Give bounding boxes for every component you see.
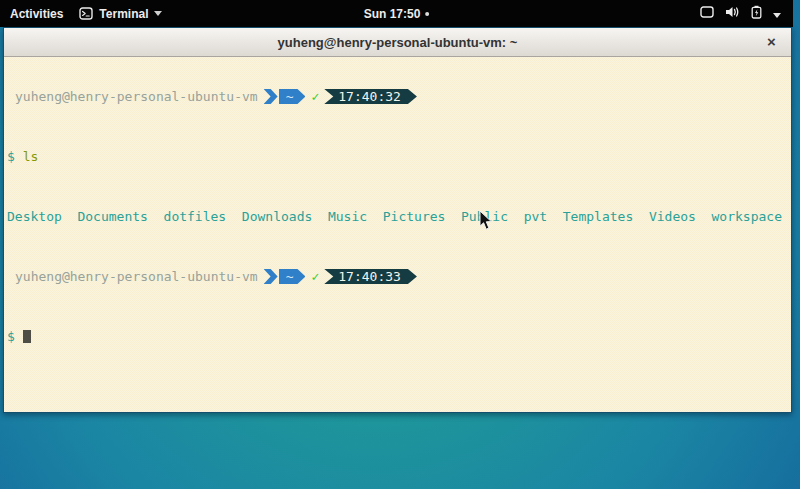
terminal-icon xyxy=(79,7,93,20)
prompt-symbol: $ xyxy=(7,149,15,164)
directory-name: pvt xyxy=(524,209,547,224)
display-icon xyxy=(700,6,714,21)
clock-button[interactable]: Sun 17:50 xyxy=(364,7,430,21)
powerline-arrow-icon xyxy=(264,269,278,284)
directory-name: dotfiles xyxy=(164,209,227,224)
directory-name: Downloads xyxy=(242,209,312,224)
system-menu-button[interactable] xyxy=(700,5,781,22)
prompt-user: yuheng@henry-personal-ubuntu-vm xyxy=(15,269,258,284)
chevron-down-icon xyxy=(154,11,162,16)
directory-name: Documents xyxy=(77,209,147,224)
prompt-user: yuheng@henry-personal-ubuntu-vm xyxy=(15,89,258,104)
window-title: yuheng@henry-personal-ubuntu-vm: ~ xyxy=(278,35,518,50)
volume-icon xyxy=(725,6,740,21)
titlebar[interactable]: yuheng@henry-personal-ubuntu-vm: ~ × xyxy=(4,28,791,57)
directory-name: Music xyxy=(328,209,367,224)
directory-name: workspace xyxy=(712,209,782,224)
directory-name: Templates xyxy=(563,209,633,224)
command-text: ls xyxy=(23,149,39,164)
battery-charging-icon xyxy=(751,5,762,22)
prompt-line-1: yuheng@henry-personal-ubuntu-vm~✓17:40:3… xyxy=(7,89,791,104)
status-check-icon: ✓ xyxy=(311,269,319,284)
prompt-time-segment: 17:40:32 xyxy=(324,89,417,104)
app-menu-label: Terminal xyxy=(99,7,148,21)
command-line: $ ls xyxy=(7,149,791,164)
prompt-line-2: yuheng@henry-personal-ubuntu-vm~✓17:40:3… xyxy=(7,269,791,284)
directory-name: Desktop xyxy=(7,209,62,224)
prompt-symbol: $ xyxy=(7,329,15,344)
prompt-path-segment: ~ xyxy=(279,269,306,284)
top-bar: Activities Terminal Sun 17:50 xyxy=(0,0,793,27)
app-menu-button[interactable]: Terminal xyxy=(79,7,162,21)
notification-dot-icon xyxy=(425,12,429,16)
directory-name: Videos xyxy=(649,209,696,224)
chevron-down-icon xyxy=(773,7,781,21)
input-line: $ xyxy=(7,329,791,344)
terminal-window: yuheng@henry-personal-ubuntu-vm: ~ × yuh… xyxy=(3,27,792,413)
text-cursor xyxy=(23,330,31,343)
desktop: Activities Terminal Sun 17:50 xyxy=(0,0,800,489)
prompt-path-segment: ~ xyxy=(279,89,306,104)
directory-name: Pictures xyxy=(383,209,446,224)
close-button[interactable]: × xyxy=(761,31,782,52)
terminal-content[interactable]: yuheng@henry-personal-ubuntu-vm~✓17:40:3… xyxy=(4,57,791,412)
powerline-arrow-icon xyxy=(264,89,278,104)
prompt-time-segment: 17:40:33 xyxy=(324,269,417,284)
directory-name: Public xyxy=(461,209,508,224)
directory-listing: Desktop Documents dotfiles Downloads Mus… xyxy=(7,209,791,224)
clock-label: Sun 17:50 xyxy=(364,7,421,21)
activities-button[interactable]: Activities xyxy=(10,7,63,21)
status-check-icon: ✓ xyxy=(311,89,319,104)
